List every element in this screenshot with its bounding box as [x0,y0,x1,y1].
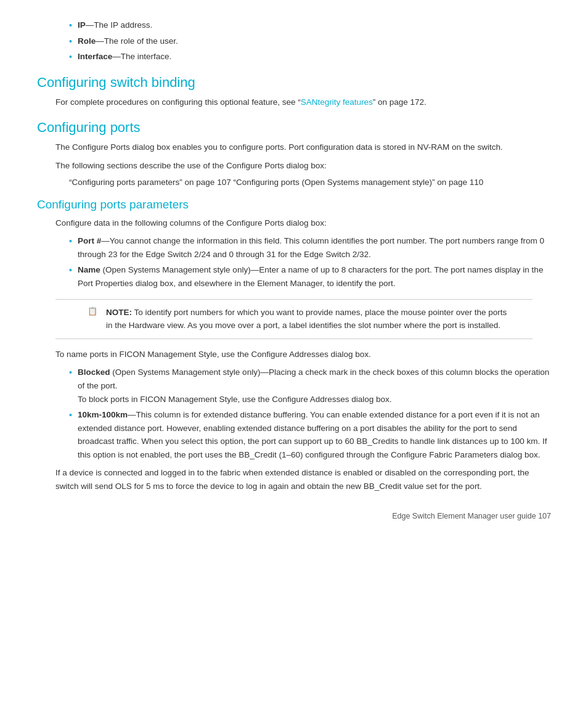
bullet-blocked-text: (Open Systems Management style only)—Pla… [78,367,549,390]
intro-bullet-ip-text: —The IP address. [86,20,153,30]
note-label: NOTE: [106,308,132,317]
intro-bullet-list: IP—The IP address. Role—The role of the … [37,18,551,64]
bullet-10km-text: —This column is for extended distance bu… [78,410,547,459]
section3-intro: Configure data in the following columns … [37,216,551,230]
intro-bullet-role-label: Role [78,36,96,46]
santegrity-link[interactable]: SANtegrity features [301,97,373,107]
footer-text: Edge Switch Element Manager user guide 1… [392,512,551,520]
intro-bullet-role-text: —The role of the user. [96,36,178,46]
bullet-name-label: Name [78,265,100,274]
section3-bullet-list2: Blocked (Open Systems Management style o… [37,366,551,461]
section2-para1: The Configure Ports dialog box enables y… [37,141,551,154]
intro-bullet-interface-label: Interface [78,52,112,61]
section3-bullet-list: Port #—You cannot change the information… [37,234,551,290]
bullet-blocked-after: To block ports in FICON Management Style… [78,395,392,404]
bullet-10km-label: 10km-100km [78,410,128,419]
intro-bullet-interface-text: —The interface. [112,52,171,61]
note-text: NOTE: To identify port numbers for which… [106,306,514,332]
bullet-blocked-label: Blocked [78,367,110,377]
bullet-name: Name (Open Systems Management style only… [69,263,551,290]
section2-link-list: “Configuring ports parameters” on page 1… [37,178,551,187]
bullet-name-text: (Open Systems Management style only)—Ent… [78,265,543,288]
intro-bullet-role: Role—The role of the user. [69,35,551,48]
note-icon: 📋 [88,306,100,316]
section3-heading: Configuring ports parameters [37,198,551,211]
bullet-port-number: Port #—You cannot change the information… [69,234,551,261]
note-box: 📋 NOTE: To identify port numbers for whi… [55,299,533,339]
bullet-blocked: Blocked (Open Systems Management style o… [69,366,551,406]
intro-bullet-ip-label: IP [78,20,86,30]
intro-bullet-ip: IP—The IP address. [69,18,551,32]
bullet-10km: 10km-100km—This column is for extended d… [69,408,551,461]
footer: Edge Switch Element Manager user guide 1… [37,512,551,520]
section2-para2: The following sections describe the use … [37,159,551,173]
section1-heading: Configuring switch binding [37,75,551,91]
bullet-port-number-text: —You cannot change the information in th… [78,236,544,259]
bullet-port-number-label: Port # [78,236,101,245]
intro-bullet-interface: Interface—The interface. [69,50,551,64]
after-note-text: To name ports in FICON Management Style,… [37,348,551,361]
section2-heading: Configuring ports [37,120,551,136]
section1-body: For complete procedures on configuring t… [37,96,551,109]
section3-final-para: If a device is connected and logged in t… [37,466,551,493]
